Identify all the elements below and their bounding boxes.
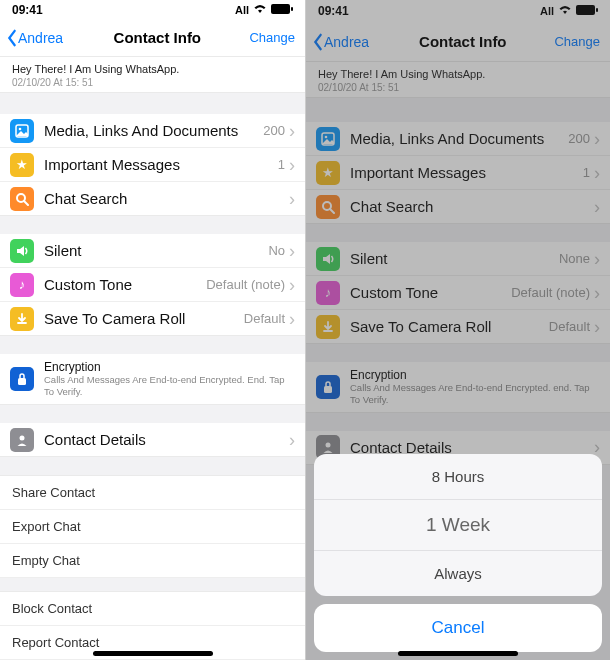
back-button[interactable]: Andrea: [4, 29, 65, 47]
clock: 09:41: [318, 4, 349, 18]
save-row[interactable]: Save To Camera Roll Default ›: [306, 310, 610, 344]
contact-icon: [10, 428, 34, 452]
export-chat[interactable]: Export Chat: [0, 510, 305, 544]
download-icon: [316, 315, 340, 339]
clock: 09:41: [12, 3, 43, 17]
lock-icon: [316, 375, 340, 399]
encryption-row[interactable]: Encryption Calls And Messages Are End-to…: [306, 362, 610, 413]
speaker-icon: [316, 247, 340, 271]
svg-rect-6: [18, 378, 26, 385]
svg-rect-1: [291, 7, 293, 11]
action-sheet: 8 Hours 1 Week Always Cancel: [306, 446, 610, 660]
svg-point-7: [20, 435, 25, 440]
chevron-right-icon: ›: [289, 276, 295, 294]
change-button[interactable]: Change: [554, 34, 606, 49]
chevron-right-icon: ›: [289, 190, 295, 208]
speaker-icon: [10, 239, 34, 263]
home-indicator: [398, 651, 518, 656]
media-row[interactable]: Media, Links And Documents 200 ›: [306, 122, 610, 156]
chevron-right-icon: ›: [594, 318, 600, 336]
svg-line-5: [24, 201, 28, 205]
mute-always[interactable]: Always: [314, 551, 602, 596]
chevron-right-icon: ›: [594, 130, 600, 148]
nav-bar: Andrea Contact Info Change: [306, 22, 610, 62]
chevron-left-icon: [6, 29, 18, 47]
details-row[interactable]: Contact Details ›: [0, 423, 305, 457]
change-button[interactable]: Change: [249, 30, 301, 45]
tone-row[interactable]: ♪ Custom Tone Default (note) ›: [0, 268, 305, 302]
chevron-right-icon: ›: [289, 310, 295, 328]
battery-icon: [576, 5, 598, 17]
share-contact[interactable]: Share Contact: [0, 475, 305, 510]
chevron-right-icon: ›: [594, 250, 600, 268]
silent-row[interactable]: Silent No ›: [0, 234, 305, 268]
page-title: Contact Info: [114, 29, 202, 46]
save-row[interactable]: Save To Camera Roll Default ›: [0, 302, 305, 336]
status-icons: All: [235, 4, 293, 16]
silent-row[interactable]: Silent None ›: [306, 242, 610, 276]
mute-1week[interactable]: 1 Week: [314, 500, 602, 551]
chevron-right-icon: ›: [289, 242, 295, 260]
search-row[interactable]: Chat Search ›: [306, 190, 610, 224]
status-bar: 09:41 All: [0, 0, 305, 20]
chevron-right-icon: ›: [594, 164, 600, 182]
encryption-row[interactable]: Encryption Calls And Messages Are End-to…: [0, 354, 305, 405]
wifi-icon: [558, 5, 572, 17]
mute-8hours[interactable]: 8 Hours: [314, 454, 602, 500]
lock-icon: [10, 367, 34, 391]
media-icon: [10, 119, 34, 143]
battery-icon: [271, 4, 293, 16]
star-icon: ★: [10, 153, 34, 177]
chevron-right-icon: ›: [594, 198, 600, 216]
status-message: Hey There! I Am Using WhatsApp. 02/10/20…: [0, 57, 305, 93]
music-icon: ♪: [316, 281, 340, 305]
starred-row[interactable]: ★ Important Messages 1 ›: [306, 156, 610, 190]
svg-rect-9: [596, 8, 598, 12]
starred-row[interactable]: ★ Important Messages 1 ›: [0, 148, 305, 182]
chevron-right-icon: ›: [289, 156, 295, 174]
wifi-icon: [253, 4, 267, 16]
svg-rect-0: [271, 4, 290, 14]
empty-chat[interactable]: Empty Chat: [0, 544, 305, 578]
svg-line-13: [330, 209, 334, 213]
search-row[interactable]: Chat Search ›: [0, 182, 305, 216]
nav-bar: Andrea Contact Info Change: [0, 20, 305, 57]
page-title: Contact Info: [419, 33, 507, 50]
svg-rect-14: [324, 386, 332, 393]
chevron-right-icon: ›: [289, 122, 295, 140]
download-icon: [10, 307, 34, 331]
home-indicator: [93, 651, 213, 656]
svg-point-3: [19, 128, 22, 131]
media-icon: [316, 127, 340, 151]
media-row[interactable]: Media, Links And Documents 200 ›: [0, 114, 305, 148]
star-icon: ★: [316, 161, 340, 185]
search-icon: [316, 195, 340, 219]
chevron-right-icon: ›: [594, 284, 600, 302]
status-bar: 09:41 All: [306, 0, 610, 22]
status-icons: All: [540, 5, 598, 17]
phone-right: 09:41 All Andrea Contact Info Change Hey…: [305, 0, 610, 660]
cancel-button[interactable]: Cancel: [314, 604, 602, 652]
svg-rect-8: [576, 5, 595, 15]
chevron-left-icon: [312, 33, 324, 51]
search-icon: [10, 187, 34, 211]
status-message: Hey There! I Am Using WhatsApp. 02/10/20…: [306, 62, 610, 98]
tone-row[interactable]: ♪ Custom Tone Default (note) ›: [306, 276, 610, 310]
music-icon: ♪: [10, 273, 34, 297]
phone-left: 09:41 All Andrea Contact Info Change Hey…: [0, 0, 305, 660]
back-button[interactable]: Andrea: [310, 33, 371, 51]
block-contact[interactable]: Block Contact: [0, 591, 305, 626]
svg-point-11: [325, 135, 328, 138]
chevron-right-icon: ›: [289, 431, 295, 449]
